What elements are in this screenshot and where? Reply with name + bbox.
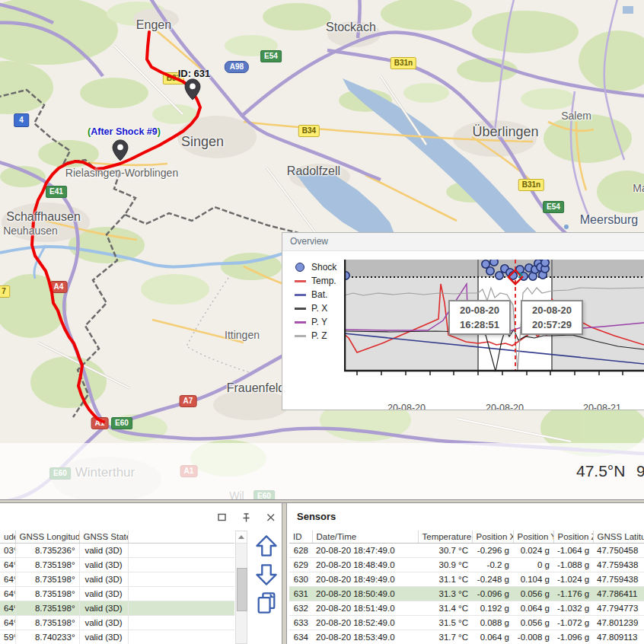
cell-position-x: -0.096 g <box>472 587 513 601</box>
table-row[interactable]: 59°8.740233°valid (3D) <box>0 630 234 644</box>
cell-gnss-longitude: 8.735198° <box>15 587 79 601</box>
legend-item-pz[interactable]: P. Z <box>295 329 336 343</box>
cell-position-z: -1.088 g <box>553 558 593 572</box>
legend-label: Temp. <box>311 276 336 286</box>
cell-gnss-latitude: 47.794773 <box>593 601 644 616</box>
cell-gnss-latitude: 64° <box>0 616 15 630</box>
pin-icon[interactable] <box>241 512 253 524</box>
shock-point <box>490 260 498 266</box>
table-row[interactable]: 64°8.735198°valid (3D) <box>0 601 234 616</box>
column-temperature[interactable]: Temperature <box>418 531 472 544</box>
cell-date-time: 20-08-20 18:50:49.0 <box>312 587 418 601</box>
cell-filler <box>128 601 234 616</box>
legend-item-temp[interactable]: Temp. <box>295 274 336 288</box>
copy-icon <box>259 598 270 612</box>
cell-gnss-latitude: 47.759438 <box>593 572 644 587</box>
column-position-x[interactable]: Position X <box>472 531 513 544</box>
map-pin-icon[interactable] <box>112 139 129 161</box>
map-pin-icon[interactable] <box>184 78 201 100</box>
sensors-table: IDDate/TimeTemperaturePosition XPosition… <box>289 531 644 644</box>
table-row[interactable]: 63320-08-20 18:52:49.031.5 °C0.088 g0.05… <box>289 616 644 630</box>
series-color-swatch <box>295 294 306 296</box>
cell-filler <box>128 558 234 572</box>
column-gnss-state[interactable]: GNSS State <box>79 531 128 544</box>
cell-gnss-latitude: 03° <box>0 544 15 558</box>
jump-up-button[interactable] <box>254 534 279 558</box>
jump-down-button[interactable] <box>254 563 279 587</box>
cell-gnss-longitude: 8.740233° <box>15 630 79 644</box>
cell-date-time: 20-08-20 18:52:49.0 <box>312 616 418 630</box>
gnss-table-header-row: ude GNSS Longitude GNSS State <box>0 531 234 544</box>
legend-item-bat[interactable]: Bat. <box>295 288 336 301</box>
vertical-splitter[interactable] <box>282 503 287 644</box>
cell-filler <box>128 544 234 558</box>
cell-gnss-longitude: 8.735236° <box>15 544 79 558</box>
cell-position-y: 0.104 g <box>513 572 553 587</box>
column-date-time[interactable]: Date/Time <box>312 531 418 544</box>
cell-gnss-state: valid (3D) <box>79 616 128 630</box>
column-gnss-latitude[interactable]: GNSS Latitude <box>593 531 644 544</box>
sensors-panel: Sensors IDDate/TimeTemperaturePosition X… <box>287 503 644 644</box>
cell-gnss-latitude: 47.801239 <box>593 616 644 630</box>
cell-date-time: 20-08-20 18:53:49.0 <box>312 630 418 644</box>
x-axis-label: 20-08-2100:00:00 <box>567 402 637 410</box>
cell-id: 628 <box>289 544 312 558</box>
scroll-up-button[interactable] <box>236 531 247 544</box>
legend-item-shock[interactable]: Shock <box>295 260 336 274</box>
legend-item-px[interactable]: P. X <box>295 301 336 315</box>
column-id[interactable]: ID <box>289 531 312 544</box>
cell-gnss-latitude: 64° <box>0 558 15 572</box>
table-row[interactable]: 62920-08-20 18:48:49.030.9 °C-0.2 g0 g-1… <box>289 558 644 572</box>
maximize-button[interactable] <box>216 512 228 524</box>
cell-filler <box>128 630 234 644</box>
column-position-y[interactable]: Position Y <box>513 531 553 544</box>
table-row[interactable]: 64°8.735198°valid (3D) <box>0 572 234 587</box>
close-icon[interactable] <box>265 512 277 524</box>
column-position-z[interactable]: Position Z <box>553 531 593 544</box>
table-row[interactable]: 64°8.735198°valid (3D) <box>0 587 234 601</box>
overview-panel: Overview ShockTemp.Bat.P. XP. YP. Z 20-0… <box>282 232 644 410</box>
chart-legend: ShockTemp.Bat.P. XP. YP. Z <box>295 260 336 343</box>
scrollbar-thumb[interactable] <box>237 568 247 611</box>
table-scrollbar[interactable] <box>235 531 247 644</box>
table-row[interactable]: 63220-08-20 18:51:49.031.4 °C0.192 g0.06… <box>289 601 644 616</box>
cell-date-time: 20-08-20 18:47:49.0 <box>312 544 418 558</box>
cell-gnss-latitude: 64° <box>0 601 15 616</box>
table-row[interactable]: 64°8.735198°valid (3D) <box>0 558 234 572</box>
table-row[interactable]: 63120-08-20 18:50:49.031.3 °C-0.096 g0.0… <box>289 587 644 601</box>
legend-label: P. Y <box>311 317 327 327</box>
cell-filler <box>128 616 234 630</box>
table-row[interactable]: 03°8.735236°valid (3D) <box>0 544 234 558</box>
cell-position-y: 0.064 g <box>513 601 553 616</box>
cell-gnss-longitude: 8.735198° <box>15 572 79 587</box>
shock-point <box>486 267 494 275</box>
copy-button[interactable] <box>254 591 279 615</box>
cell-gnss-state: valid (3D) <box>79 601 128 616</box>
cell-temperature: 31.1 °C <box>418 572 472 587</box>
shock-point <box>541 260 549 266</box>
column-gnss-latitude[interactable]: ude <box>0 531 15 544</box>
table-row[interactable]: 64°8.735198°valid (3D) <box>0 616 234 630</box>
overview-panel-header[interactable]: Overview <box>282 233 644 251</box>
chart-cursor-tooltip: 20-08-2020:57:29 <box>521 300 583 335</box>
cell-position-z: -1.024 g <box>553 572 593 587</box>
cell-gnss-latitude: 47.759438 <box>593 558 644 572</box>
series-color-swatch <box>295 335 306 337</box>
column-gnss-longitude[interactable]: GNSS Longitude <box>15 531 79 544</box>
legend-label: P. X <box>311 303 327 314</box>
bottom-dock: ude GNSS Longitude GNSS State 03°8.73523… <box>0 503 644 644</box>
cell-position-x: -0.248 g <box>472 572 513 587</box>
cell-gnss-state: valid (3D) <box>79 587 128 601</box>
cell-position-y: 0.056 g <box>513 587 553 601</box>
table-row[interactable]: 62820-08-20 18:47:49.030.7 °C-0.296 g0.0… <box>289 544 644 558</box>
cell-gnss-latitude: 64° <box>0 572 15 587</box>
table-row[interactable]: 63420-08-20 18:53:49.031.7 °C0.064 g-0.0… <box>289 630 644 644</box>
cell-date-time: 20-08-20 18:49:49.0 <box>312 572 418 587</box>
cell-position-y: 0.056 g <box>513 616 553 630</box>
cell-temperature: 31.7 °C <box>418 630 472 644</box>
map-dim-overlay <box>0 443 644 499</box>
longitude-readout: 9 <box>636 462 644 480</box>
table-row[interactable]: 63020-08-20 18:49:49.031.1 °C-0.248 g0.1… <box>289 572 644 587</box>
arrow-up-icon <box>257 536 276 555</box>
legend-item-py[interactable]: P. Y <box>295 315 336 329</box>
